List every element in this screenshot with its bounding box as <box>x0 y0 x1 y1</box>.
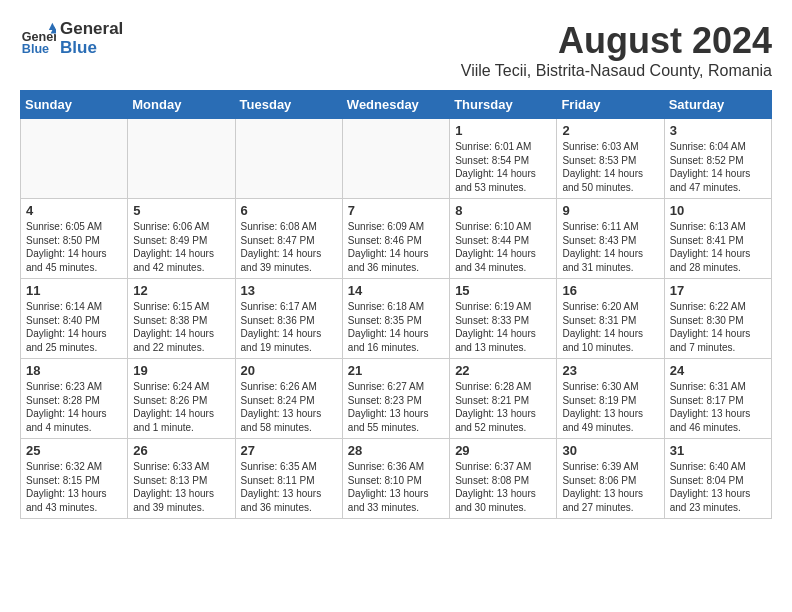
weekday-header-saturday: Saturday <box>664 91 771 119</box>
day-number: 14 <box>348 283 444 298</box>
day-cell: 5Sunrise: 6:06 AM Sunset: 8:49 PM Daylig… <box>128 199 235 279</box>
day-number: 19 <box>133 363 229 378</box>
day-number: 11 <box>26 283 122 298</box>
day-cell <box>128 119 235 199</box>
weekday-header-monday: Monday <box>128 91 235 119</box>
day-cell: 18Sunrise: 6:23 AM Sunset: 8:28 PM Dayli… <box>21 359 128 439</box>
week-row-1: 1Sunrise: 6:01 AM Sunset: 8:54 PM Daylig… <box>21 119 772 199</box>
day-number: 12 <box>133 283 229 298</box>
day-number: 6 <box>241 203 337 218</box>
day-info: Sunrise: 6:31 AM Sunset: 8:17 PM Dayligh… <box>670 380 766 434</box>
day-cell: 13Sunrise: 6:17 AM Sunset: 8:36 PM Dayli… <box>235 279 342 359</box>
day-cell: 10Sunrise: 6:13 AM Sunset: 8:41 PM Dayli… <box>664 199 771 279</box>
day-info: Sunrise: 6:39 AM Sunset: 8:06 PM Dayligh… <box>562 460 658 514</box>
day-cell: 30Sunrise: 6:39 AM Sunset: 8:06 PM Dayli… <box>557 439 664 519</box>
weekday-header-wednesday: Wednesday <box>342 91 449 119</box>
day-cell: 1Sunrise: 6:01 AM Sunset: 8:54 PM Daylig… <box>450 119 557 199</box>
day-cell: 23Sunrise: 6:30 AM Sunset: 8:19 PM Dayli… <box>557 359 664 439</box>
day-number: 31 <box>670 443 766 458</box>
day-info: Sunrise: 6:27 AM Sunset: 8:23 PM Dayligh… <box>348 380 444 434</box>
day-number: 23 <box>562 363 658 378</box>
day-cell: 2Sunrise: 6:03 AM Sunset: 8:53 PM Daylig… <box>557 119 664 199</box>
day-number: 18 <box>26 363 122 378</box>
day-number: 8 <box>455 203 551 218</box>
title-block: August 2024 Viile Tecii, Bistrita-Nasaud… <box>461 20 772 80</box>
day-info: Sunrise: 6:04 AM Sunset: 8:52 PM Dayligh… <box>670 140 766 194</box>
location: Viile Tecii, Bistrita-Nasaud County, Rom… <box>461 62 772 80</box>
day-info: Sunrise: 6:10 AM Sunset: 8:44 PM Dayligh… <box>455 220 551 274</box>
day-cell: 28Sunrise: 6:36 AM Sunset: 8:10 PM Dayli… <box>342 439 449 519</box>
day-cell: 3Sunrise: 6:04 AM Sunset: 8:52 PM Daylig… <box>664 119 771 199</box>
day-cell: 6Sunrise: 6:08 AM Sunset: 8:47 PM Daylig… <box>235 199 342 279</box>
day-number: 27 <box>241 443 337 458</box>
day-cell: 16Sunrise: 6:20 AM Sunset: 8:31 PM Dayli… <box>557 279 664 359</box>
day-info: Sunrise: 6:36 AM Sunset: 8:10 PM Dayligh… <box>348 460 444 514</box>
day-number: 16 <box>562 283 658 298</box>
day-cell: 19Sunrise: 6:24 AM Sunset: 8:26 PM Dayli… <box>128 359 235 439</box>
week-row-5: 25Sunrise: 6:32 AM Sunset: 8:15 PM Dayli… <box>21 439 772 519</box>
svg-text:Blue: Blue <box>22 42 49 56</box>
weekday-header-tuesday: Tuesday <box>235 91 342 119</box>
day-cell <box>235 119 342 199</box>
page-header: General Blue General Blue August 2024 Vi… <box>20 20 772 80</box>
day-info: Sunrise: 6:14 AM Sunset: 8:40 PM Dayligh… <box>26 300 122 354</box>
day-info: Sunrise: 6:13 AM Sunset: 8:41 PM Dayligh… <box>670 220 766 274</box>
day-cell: 24Sunrise: 6:31 AM Sunset: 8:17 PM Dayli… <box>664 359 771 439</box>
day-info: Sunrise: 6:11 AM Sunset: 8:43 PM Dayligh… <box>562 220 658 274</box>
day-number: 13 <box>241 283 337 298</box>
day-info: Sunrise: 6:28 AM Sunset: 8:21 PM Dayligh… <box>455 380 551 434</box>
weekday-header-sunday: Sunday <box>21 91 128 119</box>
day-info: Sunrise: 6:08 AM Sunset: 8:47 PM Dayligh… <box>241 220 337 274</box>
day-info: Sunrise: 6:22 AM Sunset: 8:30 PM Dayligh… <box>670 300 766 354</box>
calendar-table: SundayMondayTuesdayWednesdayThursdayFrid… <box>20 90 772 519</box>
weekday-header-friday: Friday <box>557 91 664 119</box>
day-cell: 31Sunrise: 6:40 AM Sunset: 8:04 PM Dayli… <box>664 439 771 519</box>
day-info: Sunrise: 6:18 AM Sunset: 8:35 PM Dayligh… <box>348 300 444 354</box>
day-info: Sunrise: 6:20 AM Sunset: 8:31 PM Dayligh… <box>562 300 658 354</box>
day-cell: 17Sunrise: 6:22 AM Sunset: 8:30 PM Dayli… <box>664 279 771 359</box>
day-number: 4 <box>26 203 122 218</box>
day-cell <box>21 119 128 199</box>
month-year: August 2024 <box>461 20 772 62</box>
weekday-header-row: SundayMondayTuesdayWednesdayThursdayFrid… <box>21 91 772 119</box>
day-number: 24 <box>670 363 766 378</box>
day-info: Sunrise: 6:06 AM Sunset: 8:49 PM Dayligh… <box>133 220 229 274</box>
day-cell: 22Sunrise: 6:28 AM Sunset: 8:21 PM Dayli… <box>450 359 557 439</box>
day-number: 26 <box>133 443 229 458</box>
day-cell: 12Sunrise: 6:15 AM Sunset: 8:38 PM Dayli… <box>128 279 235 359</box>
day-cell: 9Sunrise: 6:11 AM Sunset: 8:43 PM Daylig… <box>557 199 664 279</box>
day-info: Sunrise: 6:05 AM Sunset: 8:50 PM Dayligh… <box>26 220 122 274</box>
day-cell: 4Sunrise: 6:05 AM Sunset: 8:50 PM Daylig… <box>21 199 128 279</box>
day-info: Sunrise: 6:17 AM Sunset: 8:36 PM Dayligh… <box>241 300 337 354</box>
day-cell: 8Sunrise: 6:10 AM Sunset: 8:44 PM Daylig… <box>450 199 557 279</box>
day-number: 28 <box>348 443 444 458</box>
day-number: 7 <box>348 203 444 218</box>
day-info: Sunrise: 6:19 AM Sunset: 8:33 PM Dayligh… <box>455 300 551 354</box>
day-number: 25 <box>26 443 122 458</box>
day-info: Sunrise: 6:03 AM Sunset: 8:53 PM Dayligh… <box>562 140 658 194</box>
day-info: Sunrise: 6:23 AM Sunset: 8:28 PM Dayligh… <box>26 380 122 434</box>
day-number: 10 <box>670 203 766 218</box>
logo-icon: General Blue <box>20 21 56 57</box>
day-info: Sunrise: 6:24 AM Sunset: 8:26 PM Dayligh… <box>133 380 229 434</box>
day-number: 29 <box>455 443 551 458</box>
day-cell: 7Sunrise: 6:09 AM Sunset: 8:46 PM Daylig… <box>342 199 449 279</box>
day-cell: 11Sunrise: 6:14 AM Sunset: 8:40 PM Dayli… <box>21 279 128 359</box>
day-info: Sunrise: 6:33 AM Sunset: 8:13 PM Dayligh… <box>133 460 229 514</box>
day-cell: 25Sunrise: 6:32 AM Sunset: 8:15 PM Dayli… <box>21 439 128 519</box>
day-info: Sunrise: 6:35 AM Sunset: 8:11 PM Dayligh… <box>241 460 337 514</box>
logo-general: General <box>60 20 123 39</box>
day-number: 5 <box>133 203 229 218</box>
day-number: 3 <box>670 123 766 138</box>
day-info: Sunrise: 6:37 AM Sunset: 8:08 PM Dayligh… <box>455 460 551 514</box>
day-cell: 15Sunrise: 6:19 AM Sunset: 8:33 PM Dayli… <box>450 279 557 359</box>
day-info: Sunrise: 6:15 AM Sunset: 8:38 PM Dayligh… <box>133 300 229 354</box>
logo: General Blue General Blue <box>20 20 123 57</box>
day-number: 1 <box>455 123 551 138</box>
day-info: Sunrise: 6:40 AM Sunset: 8:04 PM Dayligh… <box>670 460 766 514</box>
day-cell: 20Sunrise: 6:26 AM Sunset: 8:24 PM Dayli… <box>235 359 342 439</box>
day-number: 17 <box>670 283 766 298</box>
day-number: 9 <box>562 203 658 218</box>
day-info: Sunrise: 6:26 AM Sunset: 8:24 PM Dayligh… <box>241 380 337 434</box>
day-cell <box>342 119 449 199</box>
